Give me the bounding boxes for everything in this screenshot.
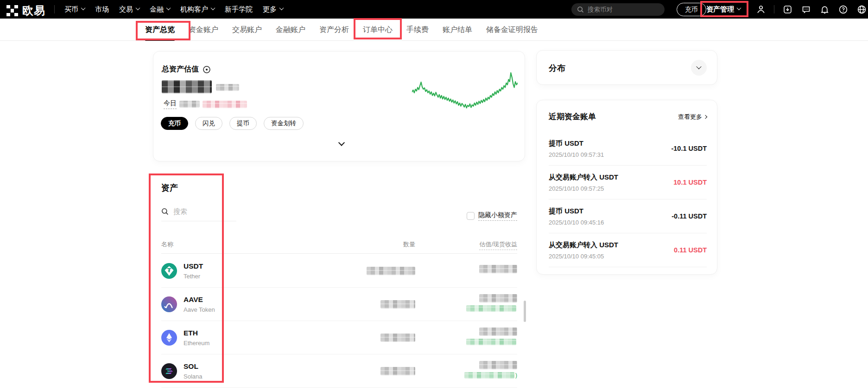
bill-timestamp: 2025/10/10 09:57:25 <box>549 185 618 192</box>
action-transfer-button[interactable]: 资金划转 <box>264 117 304 130</box>
coin-fullname: Ethereum <box>184 340 209 347</box>
sol-coin-icon <box>161 363 177 379</box>
pair-search-box[interactable] <box>571 3 665 16</box>
tab-account-statement[interactable]: 账户结单 <box>443 19 472 41</box>
assets-table-header: 名称 数量 估值/现货收益 <box>161 240 517 254</box>
nav-more[interactable]: 更多 <box>263 5 283 14</box>
language-globe-icon[interactable] <box>856 4 867 15</box>
tab-asset-overview[interactable]: 资产总览 <box>145 19 175 41</box>
tab-reserve-proof-report[interactable]: 储备金证明报告 <box>486 19 538 41</box>
coin-fullname: Solana <box>184 373 202 380</box>
help-icon[interactable] <box>837 4 849 15</box>
svg-text:₮: ₮ <box>167 267 171 273</box>
coin-profit-redacted <box>466 339 516 345</box>
bill-amount: -0.11 USDT <box>672 212 707 220</box>
bill-list-item[interactable]: 从交易账户转入 USDT 2025/10/10 09:45:05 0.11 US… <box>549 233 707 267</box>
chevron-down-icon <box>696 64 701 69</box>
chevron-down-icon <box>338 139 344 146</box>
distribution-expand-button[interactable] <box>691 60 707 76</box>
coin-symbol: SOL <box>184 362 202 371</box>
assets-title: 资产 <box>161 182 178 193</box>
visibility-eye-icon[interactable] <box>203 65 211 74</box>
coin-symbol: USDT <box>184 262 203 270</box>
coin-amount-redacted <box>380 334 415 342</box>
asset-row[interactable]: AAVE Aave Token <box>161 288 517 321</box>
asset-row[interactable]: SOL Solana ) <box>161 354 517 388</box>
chevron-down-icon <box>136 6 140 10</box>
column-value-profit[interactable]: 估值/现货收益 <box>479 240 517 250</box>
pair-search-input[interactable] <box>588 6 653 13</box>
action-convert-button[interactable]: 闪兑 <box>195 117 222 130</box>
nav-icon-group <box>755 0 867 19</box>
assets-scrollbar-thumb[interactable] <box>524 301 526 322</box>
coin-amount-redacted <box>380 367 415 375</box>
nav-assets-management-menu[interactable]: 资产管理 <box>706 0 741 19</box>
tab-finance-account[interactable]: 金融账户 <box>276 19 305 41</box>
hide-small-assets-toggle[interactable]: 隐藏小额资产 <box>467 211 517 221</box>
tab-order-center[interactable]: 订单中心 <box>363 19 393 41</box>
total-assets-title: 总资产估值 <box>162 64 199 74</box>
coin-value-redacted <box>479 328 517 336</box>
nav-institutions[interactable]: 机构客户 <box>180 5 215 14</box>
hide-small-assets-checkbox[interactable] <box>467 212 475 220</box>
bill-name: 提币 USDT <box>549 139 604 148</box>
tab-asset-analysis[interactable]: 资产分析 <box>319 19 349 41</box>
asset-row[interactable]: ₮ USDT Tether <box>161 254 517 288</box>
nav-buy-crypto[interactable]: 买币 <box>64 5 85 14</box>
column-amount: 数量 <box>403 240 415 249</box>
chevron-down-icon <box>166 6 171 10</box>
support-chat-icon[interactable] <box>800 4 811 15</box>
bill-name: 从交易账户转入 USDT <box>549 241 618 250</box>
bill-amount: -10.1 USDT <box>671 145 707 152</box>
nav-markets[interactable]: 市场 <box>95 5 109 14</box>
expand-overview-button[interactable] <box>334 139 346 148</box>
assets-section: 资产 隐藏小额资产 名称 数量 估值/现货收益 ₮ USDT <box>153 174 525 392</box>
bill-list-item[interactable]: 提币 USDT 2025/10/10 09:45:16 -0.11 USDT <box>549 199 707 233</box>
coin-symbol: AAVE <box>184 296 215 304</box>
distribution-title: 分布 <box>549 63 565 74</box>
view-more-link[interactable]: 查看更多 <box>678 113 707 121</box>
action-withdraw-button[interactable]: 提币 <box>229 117 257 130</box>
nav-finance[interactable]: 金融 <box>150 5 170 14</box>
nav-deposit-button[interactable]: 充币 <box>677 3 706 16</box>
bill-list-item[interactable]: 从交易账户转入 USDT 2025/10/10 09:57:25 10.1 US… <box>549 166 707 199</box>
action-deposit-button[interactable]: 充币 <box>161 117 188 130</box>
download-app-icon[interactable] <box>782 4 793 15</box>
nav-trade[interactable]: 交易 <box>119 5 139 14</box>
nav-academy[interactable]: 新手学院 <box>225 5 253 14</box>
account-tabs: 资产总览 资金账户 交易账户 金融账户 资产分析 <box>145 19 538 41</box>
nav-divider <box>54 5 55 13</box>
okx-assets-page: 欧易 买币 市场 交易 金融 <box>0 0 868 392</box>
total-assets-currency-redacted <box>216 84 239 91</box>
tab-fees[interactable]: 手续费 <box>406 19 429 41</box>
today-pnl-percent-redacted <box>203 101 247 108</box>
notifications-bell-icon[interactable] <box>819 4 830 15</box>
top-navigation-bar: 欧易 买币 市场 交易 金融 <box>0 0 868 19</box>
coin-amount-redacted <box>367 267 415 275</box>
brand-name: 欧易 <box>22 3 45 18</box>
bill-timestamp: 2025/10/10 09:57:31 <box>549 151 604 158</box>
nav-divider <box>774 5 774 13</box>
asset-row[interactable]: ETH Ethereum <box>161 321 517 354</box>
distribution-card: 分布 <box>536 50 717 85</box>
coin-profit-redacted <box>466 305 516 312</box>
profile-icon[interactable] <box>755 4 767 15</box>
assets-search-box[interactable] <box>161 207 236 221</box>
coin-symbol: ETH <box>184 329 209 337</box>
today-pnl-label: 今日 <box>164 99 177 109</box>
main-menu: 买币 市场 交易 金融 机构客户 <box>64 0 283 19</box>
chevron-down-icon <box>279 6 284 10</box>
tab-trading-account[interactable]: 交易账户 <box>232 19 262 41</box>
bill-name: 提币 USDT <box>549 207 604 216</box>
chevron-down-icon <box>81 6 86 10</box>
portfolio-sparkline <box>412 66 518 118</box>
assets-search-input[interactable] <box>173 207 224 215</box>
coin-fullname: Tether <box>184 273 203 280</box>
okx-logo[interactable]: 欧易 <box>6 3 45 18</box>
bill-timestamp: 2025/10/10 09:45:16 <box>549 219 604 226</box>
column-name: 名称 <box>161 241 173 248</box>
tab-funding-account[interactable]: 资金账户 <box>189 19 218 41</box>
bill-list-item[interactable]: 提币 USDT 2025/10/10 09:57:31 -10.1 USDT <box>549 132 707 166</box>
eth-coin-icon <box>161 330 177 346</box>
chevron-down-icon <box>211 6 215 10</box>
